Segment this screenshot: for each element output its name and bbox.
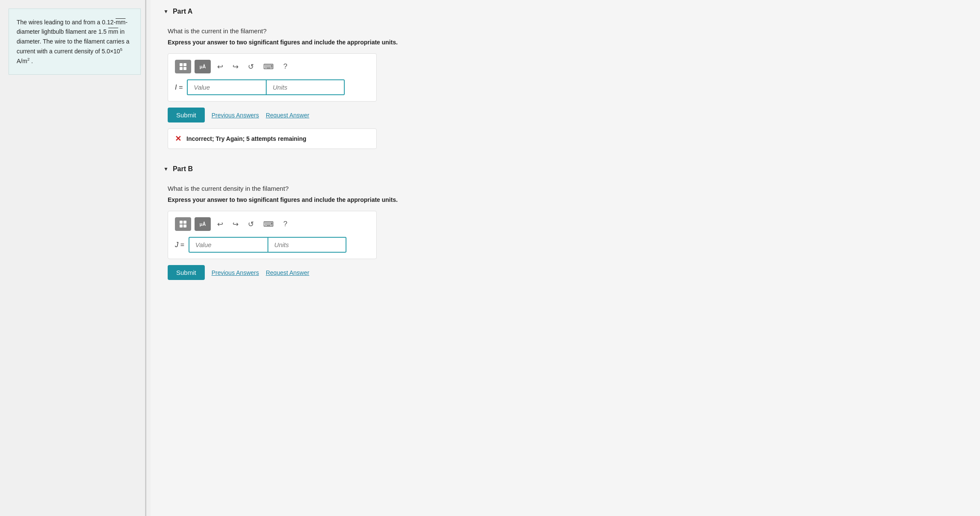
right-panel: ▼ Part A What is the current in the fila… bbox=[151, 0, 980, 516]
keyboard-button-a[interactable]: ⌨ bbox=[260, 61, 277, 73]
part-a-section: ▼ Part A What is the current in the fila… bbox=[163, 4, 967, 149]
part-b-toolbar: μÅ ↩ ↪ ↺ ⌨ ? bbox=[175, 217, 369, 231]
part-b-actions: Submit Previous Answers Request Answer bbox=[168, 265, 967, 280]
part-a-feedback-box: ✕ Incorrect; Try Again; 5 attempts remai… bbox=[168, 128, 377, 149]
part-b-input-label: J = bbox=[175, 241, 184, 249]
part-b-content: What is the current density in the filam… bbox=[163, 185, 967, 280]
unit-symbol-button-a[interactable]: μÅ bbox=[195, 60, 211, 73]
undo-button-a[interactable]: ↩ bbox=[214, 61, 226, 73]
part-b-units-input[interactable] bbox=[268, 237, 346, 253]
help-icon-a: ? bbox=[283, 62, 287, 70]
part-b-request-answer-button[interactable]: Request Answer bbox=[266, 269, 309, 276]
part-a-content: What is the current in the filament? Exp… bbox=[163, 27, 967, 149]
part-a-input-label: I = bbox=[175, 84, 183, 91]
part-b-previous-answers-button[interactable]: Previous Answers bbox=[212, 269, 259, 276]
part-a-submit-button[interactable]: Submit bbox=[168, 108, 205, 122]
help-icon-b: ? bbox=[283, 220, 287, 228]
part-a-units-input[interactable] bbox=[266, 79, 345, 95]
redo-button-b[interactable]: ↪ bbox=[230, 218, 241, 230]
part-b-title: Part B bbox=[173, 165, 193, 173]
part-b-value-input[interactable] bbox=[189, 237, 268, 253]
incorrect-icon-a: ✕ bbox=[175, 134, 181, 143]
part-a-feedback-text: Incorrect; Try Again; 5 attempts remaini… bbox=[186, 135, 306, 142]
undo-button-b[interactable]: ↩ bbox=[214, 218, 226, 230]
reset-button-a[interactable]: ↺ bbox=[245, 61, 257, 73]
part-a-actions: Submit Previous Answers Request Answer bbox=[168, 108, 967, 122]
reset-icon-b: ↺ bbox=[248, 220, 254, 228]
problem-statement: The wires leading to and from a 0.12-mm-… bbox=[9, 9, 141, 75]
keyboard-button-b[interactable]: ⌨ bbox=[260, 218, 277, 230]
part-a-previous-answers-button[interactable]: Previous Answers bbox=[212, 112, 259, 119]
part-a-request-answer-button[interactable]: Request Answer bbox=[266, 112, 309, 119]
grid-tool-button-b[interactable] bbox=[175, 217, 191, 231]
part-b-section: ▼ Part B What is the current density in … bbox=[163, 162, 967, 280]
part-a-header[interactable]: ▼ Part A bbox=[163, 4, 967, 19]
part-b-header[interactable]: ▼ Part B bbox=[163, 162, 967, 176]
collapse-triangle-a: ▼ bbox=[163, 9, 169, 15]
part-a-title: Part A bbox=[173, 8, 193, 15]
part-b-question: What is the current density in the filam… bbox=[168, 185, 967, 192]
help-button-a[interactable]: ? bbox=[280, 61, 290, 73]
unit-symbol-button-b[interactable]: μÅ bbox=[195, 217, 211, 231]
part-a-value-input[interactable] bbox=[187, 79, 266, 95]
undo-icon-a: ↩ bbox=[217, 63, 223, 71]
undo-icon-b: ↩ bbox=[217, 220, 223, 228]
part-a-instruction: Express your answer to two significant f… bbox=[168, 39, 967, 46]
collapse-triangle-b: ▼ bbox=[163, 166, 169, 172]
keyboard-icon-b: ⌨ bbox=[263, 220, 274, 228]
grid-icon-a bbox=[180, 63, 186, 70]
part-a-question: What is the current in the filament? bbox=[168, 27, 967, 35]
part-b-input-row: J = bbox=[175, 237, 369, 253]
panel-divider bbox=[145, 0, 146, 516]
unit-symbol-label-b: μÅ bbox=[200, 222, 206, 227]
redo-icon-b: ↪ bbox=[233, 220, 238, 228]
unit-symbol-label-a: μÅ bbox=[200, 64, 206, 69]
redo-icon-a: ↪ bbox=[233, 63, 238, 71]
reset-icon-a: ↺ bbox=[248, 63, 254, 71]
part-b-answer-box: μÅ ↩ ↪ ↺ ⌨ ? bbox=[168, 211, 377, 259]
part-b-submit-button[interactable]: Submit bbox=[168, 265, 205, 280]
part-a-toolbar: μÅ ↩ ↪ ↺ ⌨ ? bbox=[175, 60, 369, 73]
help-button-b[interactable]: ? bbox=[280, 218, 290, 230]
grid-icon-b bbox=[180, 221, 186, 227]
part-a-input-row: I = bbox=[175, 79, 369, 95]
part-a-answer-box: μÅ ↩ ↪ ↺ ⌨ ? bbox=[168, 53, 377, 102]
keyboard-icon-a: ⌨ bbox=[263, 63, 274, 71]
problem-text: The wires leading to and from a 0.12-mm-… bbox=[17, 19, 129, 64]
redo-button-a[interactable]: ↪ bbox=[230, 61, 241, 73]
grid-tool-button-a[interactable] bbox=[175, 60, 191, 73]
reset-button-b[interactable]: ↺ bbox=[245, 218, 257, 230]
part-b-instruction: Express your answer to two significant f… bbox=[168, 196, 967, 203]
